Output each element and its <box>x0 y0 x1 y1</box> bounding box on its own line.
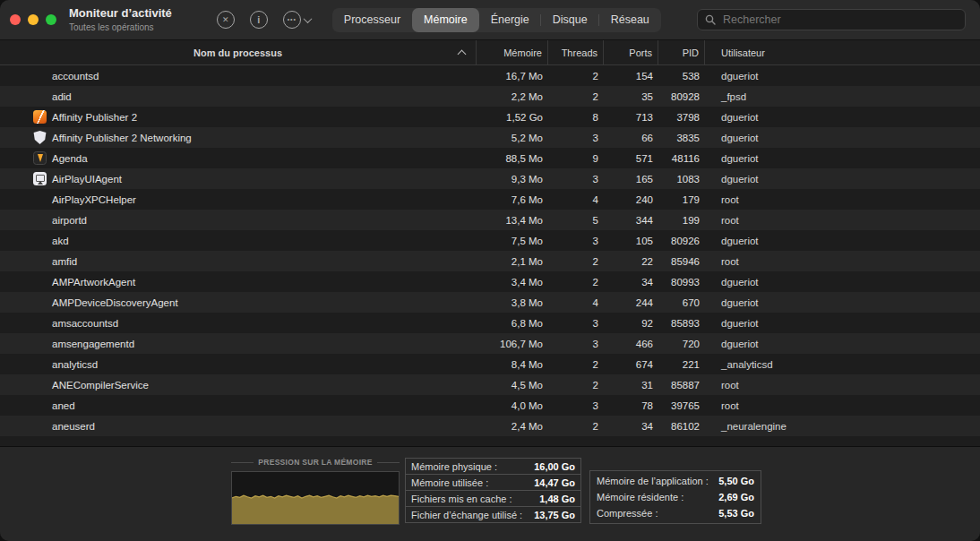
process-row[interactable]: analyticsd8,4 Mo2674221_analyticsd <box>0 354 980 374</box>
quit-process-button[interactable]: ✕ <box>217 11 235 29</box>
process-threads-cell: 3 <box>548 339 604 349</box>
process-ports-cell: 22 <box>604 256 658 267</box>
process-threads-cell: 3 <box>548 236 604 246</box>
process-memory-cell: 2,2 Mo <box>477 91 548 102</box>
process-row[interactable]: airportd13,4 Mo5344199root <box>0 210 980 230</box>
process-name-cell: adid <box>0 91 477 102</box>
process-user-cell: dgueriot <box>705 71 980 82</box>
process-threads-cell: 5 <box>548 215 604 226</box>
process-memory-cell: 8,4 Mo <box>477 359 548 370</box>
process-threads-cell: 4 <box>548 194 604 205</box>
traffic-lights <box>10 14 56 25</box>
column-header-ports[interactable]: Ports <box>604 40 658 64</box>
process-name-cell: AirPlayXPCHelper <box>0 194 477 205</box>
process-user-cell: dgueriot <box>705 277 980 288</box>
process-threads-cell: 8 <box>548 112 604 123</box>
process-threads-cell: 2 <box>548 277 604 288</box>
process-ports-cell: 66 <box>604 133 658 143</box>
column-header-user[interactable]: Utilisateur <box>705 40 980 64</box>
column-header-process-name[interactable]: Nom du processus <box>0 40 477 64</box>
more-options-button[interactable]: ••• <box>283 11 301 29</box>
process-ports-cell: 34 <box>604 277 658 288</box>
process-row[interactable]: adid2,2 Mo23580928_fpsd <box>0 86 980 107</box>
stat-label: Mémoire résidente : <box>597 492 683 502</box>
window-title: Moniteur d’activité <box>69 6 172 21</box>
process-row[interactable]: accountsd16,7 Mo2154538dgueriot <box>0 65 980 86</box>
search-input[interactable] <box>721 13 958 27</box>
process-row[interactable]: AirPlayUIAgent9,3 Mo31651083dgueriot <box>0 168 980 189</box>
tab-reseau[interactable]: Réseau <box>599 8 661 32</box>
view-tabs: ProcesseurMémoireÉnergieDisqueRéseau <box>332 8 661 32</box>
memory-stat-row: Fichiers mis en cache :1,48 Go <box>405 490 581 507</box>
process-name-cell: Agenda <box>0 151 477 165</box>
process-threads-cell: 2 <box>548 359 604 370</box>
stat-label: Fichiers mis en cache : <box>411 494 511 504</box>
process-name-cell: AMPArtworkAgent <box>0 277 477 288</box>
window-subtitle: Toutes les opérations <box>69 21 172 33</box>
stat-value: 13,75 Go <box>534 510 575 520</box>
process-memory-cell: 106,7 Mo <box>477 339 548 349</box>
zoom-window-button[interactable] <box>46 14 56 25</box>
process-row[interactable]: Affinity Publisher 2 Networking5,2 Mo366… <box>0 127 980 148</box>
process-threads-cell: 2 <box>548 256 604 267</box>
memory-stat-row: Compressée :5,53 Go <box>590 505 761 521</box>
circle-ellipsis-icon: ••• <box>288 16 297 22</box>
process-row[interactable]: amsengagementd106,7 Mo3466720dgueriot <box>0 333 980 354</box>
process-row[interactable]: AMPArtworkAgent3,4 Mo23480993dgueriot <box>0 271 980 292</box>
column-header-memory[interactable]: Mémoire <box>477 40 548 64</box>
process-name-cell: accountsd <box>0 71 477 82</box>
search-icon <box>705 14 716 25</box>
chevron-down-icon[interactable] <box>303 14 312 23</box>
process-user-cell: root <box>705 215 980 226</box>
process-row[interactable]: amsaccountsd6,8 Mo39285893dgueriot <box>0 313 980 333</box>
minimize-window-button[interactable] <box>28 14 39 25</box>
stat-label: Mémoire utilisée : <box>411 477 488 488</box>
process-pid-cell: 221 <box>658 359 705 370</box>
process-row[interactable]: AMPDeviceDiscoveryAgent3,8 Mo4244670dgue… <box>0 292 980 313</box>
process-icon-slot <box>33 110 52 124</box>
process-row[interactable]: ANECompilerService4,5 Mo23185887root <box>0 374 980 395</box>
column-header-pid[interactable]: PID <box>658 40 705 64</box>
process-ports-cell: 344 <box>604 215 658 226</box>
search-field[interactable] <box>697 9 966 30</box>
process-pid-cell: 179 <box>658 194 705 205</box>
process-name-cell: amsengagementd <box>0 339 477 349</box>
process-row[interactable]: Affinity Publisher 21,52 Go87133798dguer… <box>0 107 980 127</box>
process-pid-cell: 80928 <box>658 91 705 102</box>
tab-memoire[interactable]: Mémoire <box>412 8 479 32</box>
tab-processeur[interactable]: Processeur <box>332 8 412 32</box>
stat-value: 16,00 Go <box>534 461 575 472</box>
tab-disque[interactable]: Disque <box>541 8 599 32</box>
process-memory-cell: 6,8 Mo <box>477 318 548 329</box>
process-row[interactable]: amfid2,1 Mo22285946root <box>0 251 980 271</box>
process-user-cell: dgueriot <box>705 112 980 123</box>
column-header-threads[interactable]: Threads <box>548 40 604 64</box>
circle-info-icon: i <box>257 15 260 25</box>
process-threads-cell: 2 <box>548 71 604 82</box>
circle-x-icon: ✕ <box>222 15 229 23</box>
process-icon-slot <box>33 131 52 144</box>
tab-energie[interactable]: Énergie <box>479 8 541 32</box>
close-window-button[interactable] <box>10 14 21 25</box>
sort-ascending-icon <box>458 50 467 59</box>
affinity-publisher-icon <box>33 110 47 124</box>
process-row[interactable]: Agenda88,5 Mo957148116dgueriot <box>0 148 980 168</box>
process-name-cell: Affinity Publisher 2 Networking <box>0 131 477 144</box>
table-header: Nom du processus Mémoire Threads Ports P… <box>0 40 980 65</box>
process-ports-cell: 713 <box>604 112 658 123</box>
process-user-cell: dgueriot <box>705 133 980 143</box>
process-row[interactable]: aned4,0 Mo37839765root <box>0 395 980 416</box>
process-row[interactable]: akd7,5 Mo310580926dgueriot <box>0 230 980 251</box>
process-memory-cell: 4,0 Mo <box>477 400 548 411</box>
process-user-cell: _neuralengine <box>705 421 980 432</box>
inspect-process-button[interactable]: i <box>250 11 268 29</box>
memory-stat-row: Mémoire résidente :2,69 Go <box>590 489 761 505</box>
process-table-body: accountsd16,7 Mo2154538dgueriotadid2,2 M… <box>0 65 980 446</box>
memory-pressure-header: PRESSION SUR LA MÉMOIRE <box>231 458 400 467</box>
process-name-cell: aneuserd <box>0 421 477 432</box>
process-pid-cell: 720 <box>658 339 705 349</box>
process-row[interactable]: AirPlayXPCHelper7,6 Mo4240179root <box>0 189 980 210</box>
process-ports-cell: 674 <box>604 359 658 370</box>
process-memory-cell: 1,52 Go <box>477 112 548 123</box>
process-row[interactable]: aneuserd2,4 Mo23486102_neuralengine <box>0 416 980 436</box>
